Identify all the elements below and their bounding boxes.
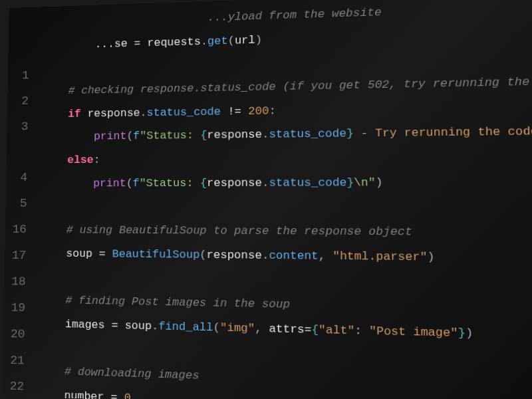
token: = <box>305 323 312 336</box>
line-number: 16 <box>5 217 27 243</box>
line-number <box>8 38 29 64</box>
token: response <box>87 106 140 120</box>
code-content-area[interactable]: ...yload from the website ...se = reques… <box>33 0 532 399</box>
token: ...yload from the website <box>207 6 382 24</box>
token: ( <box>126 130 133 143</box>
token: number <box>64 389 104 399</box>
token: : <box>93 154 100 166</box>
line-number <box>7 140 29 166</box>
token <box>40 247 66 259</box>
token: soup <box>66 247 92 260</box>
token: = <box>92 247 112 260</box>
token: : <box>269 104 275 117</box>
token: 200 <box>248 104 269 118</box>
token: { <box>200 129 207 142</box>
token: . <box>262 249 269 262</box>
token: url <box>235 34 255 47</box>
token <box>43 12 207 29</box>
token: } <box>346 127 354 140</box>
token: "Status: <box>140 129 200 142</box>
token: get <box>207 35 228 48</box>
line-number: 3 <box>7 114 28 140</box>
token: } <box>346 176 354 190</box>
code-line <box>41 195 532 220</box>
token: ...se <box>94 37 127 51</box>
token: - Try rerunning the code\n" <box>354 125 532 140</box>
token <box>42 108 68 120</box>
token: "img" <box>220 321 255 335</box>
line-number: 5 <box>5 192 27 217</box>
token: . <box>262 128 269 141</box>
token <box>38 388 65 399</box>
token <box>41 154 67 167</box>
token: f <box>133 177 140 190</box>
line-number: 22 <box>3 374 25 399</box>
token: . <box>140 106 147 119</box>
token <box>43 84 68 97</box>
token <box>41 223 66 236</box>
token: = <box>104 319 124 332</box>
line-number: 19 <box>4 295 26 322</box>
token: if <box>68 108 81 120</box>
token: ( <box>228 34 235 47</box>
token: images <box>65 318 105 331</box>
code-line: # using BeautifulSoup to parse the respo… <box>41 219 532 246</box>
token: attrs <box>269 323 304 336</box>
token: . <box>262 176 269 189</box>
token: != <box>221 105 248 118</box>
token: ( <box>213 321 219 334</box>
token: else <box>67 154 93 166</box>
token: ( <box>200 249 206 261</box>
token: BeautifulSoup <box>112 247 200 261</box>
token <box>41 177 93 190</box>
token: response <box>207 128 262 142</box>
token: \n" <box>354 176 376 190</box>
token: find_all <box>158 320 213 334</box>
token: # finding Post images in the soup <box>65 295 290 311</box>
token <box>43 39 95 52</box>
token: ( <box>126 177 133 190</box>
token: content <box>269 249 318 262</box>
token: # downloading images <box>65 366 200 383</box>
token: status_code <box>269 176 346 190</box>
token: ) <box>427 250 434 263</box>
token: requests <box>147 35 201 49</box>
token: 0 <box>124 391 131 399</box>
line-number <box>9 13 30 39</box>
token: , <box>255 322 269 335</box>
line-number: 1 <box>8 63 29 89</box>
token: . <box>152 320 158 333</box>
code-line: else: <box>41 144 532 172</box>
token: response <box>207 176 262 189</box>
token: ) <box>376 176 383 190</box>
token <box>39 294 65 307</box>
token: print <box>93 177 126 190</box>
line-number: 21 <box>3 347 25 374</box>
token: soup <box>125 319 152 332</box>
token: { <box>311 323 319 336</box>
line-number: 18 <box>4 269 26 295</box>
token: "alt" <box>319 323 354 337</box>
token: , <box>319 249 333 263</box>
code-editor[interactable]: 123 4516171819202122 ...yload from the w… <box>3 0 532 399</box>
token: status_code <box>269 128 346 142</box>
token <box>39 364 65 378</box>
line-number: 17 <box>5 243 27 269</box>
token: print <box>94 130 127 143</box>
token: "Post image" <box>369 325 458 340</box>
token: # checking response.status_code (if you … <box>68 74 532 97</box>
token: ) <box>255 33 262 46</box>
token: : <box>354 324 369 337</box>
token: "html.parser" <box>332 249 427 263</box>
token: response <box>207 249 262 262</box>
token: f <box>133 130 140 142</box>
token: status_code <box>146 105 221 119</box>
token: } <box>458 327 466 340</box>
code-line: print(f"Status: {response.status_code}\n… <box>41 170 532 196</box>
token <box>42 130 94 143</box>
token: # using BeautifulSoup to parse the respo… <box>66 224 412 239</box>
token: = <box>128 37 148 49</box>
token <box>39 317 65 331</box>
token: "Status: <box>140 177 200 190</box>
line-number: 4 <box>6 166 28 192</box>
